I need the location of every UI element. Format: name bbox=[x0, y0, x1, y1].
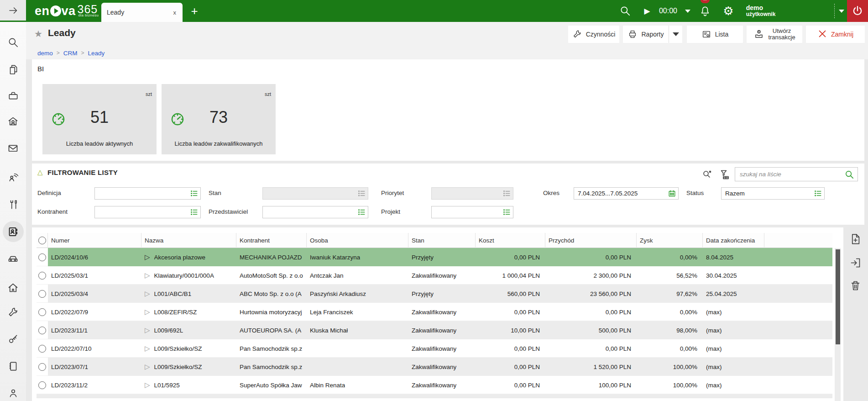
expand-triangle-icon[interactable]: ▷ bbox=[145, 290, 150, 298]
list-picker-icon[interactable] bbox=[357, 208, 366, 217]
table-row[interactable]: LD/2023/11/2▷L01/5925SuperAuto Spółka Ja… bbox=[37, 376, 832, 394]
table-row[interactable]: LD/2023/11/1▷L009/692LAUTOEUROPA SA. (AK… bbox=[37, 321, 832, 339]
row-radio[interactable] bbox=[37, 285, 48, 303]
radio-icon bbox=[38, 308, 46, 316]
list-search-input[interactable] bbox=[735, 168, 858, 181]
lista-button[interactable]: Lista bbox=[687, 26, 743, 43]
sidebar-item-search[interactable] bbox=[0, 34, 26, 51]
cell-osoba: Kluska Michał bbox=[307, 321, 408, 339]
kontrahent-value: Pan Samochodzik sp.z bbox=[240, 364, 302, 370]
table-row[interactable]: LD/2023/07/1▷L009/Szkiełko/SZPan Samocho… bbox=[37, 358, 832, 376]
table-row[interactable]: LD/2025/03/1▷Klawiatury/0001/000AAutoMot… bbox=[37, 266, 832, 285]
sidebar-item-service[interactable] bbox=[0, 304, 26, 321]
cell-filler bbox=[764, 285, 832, 303]
wrench-icon bbox=[572, 29, 582, 39]
user-menu[interactable]: demo użytkownik bbox=[740, 0, 781, 22]
new-tab-button[interactable]: + bbox=[188, 5, 201, 17]
row-radio[interactable] bbox=[37, 248, 48, 266]
expand-triangle-icon[interactable]: ▷ bbox=[145, 271, 150, 280]
column-header-stan[interactable]: Stan bbox=[408, 233, 476, 248]
sidebar-item-workflow[interactable] bbox=[0, 169, 26, 185]
table-row[interactable]: LD/2025/03/4▷L001/ABC/B1ABC Moto Sp. z o… bbox=[37, 285, 832, 303]
select-all-radio[interactable] bbox=[37, 233, 48, 248]
table-row[interactable]: LD/2022/07/10▷L009/Szkiełko/SZPan Samoch… bbox=[37, 339, 832, 358]
delete-record-button[interactable] bbox=[847, 277, 863, 294]
add-record-button[interactable] bbox=[847, 231, 863, 247]
expand-triangle-icon[interactable]: ▷ bbox=[145, 363, 150, 371]
sidebar-item-notebook[interactable] bbox=[0, 358, 26, 375]
notifications-button[interactable]: ... bbox=[696, 0, 714, 22]
work-timer[interactable]: 00:00 bbox=[656, 0, 680, 22]
expand-triangle-icon[interactable]: ▷ bbox=[145, 253, 150, 261]
raporty-button[interactable]: Raporty bbox=[623, 26, 669, 43]
okres-input[interactable]: 7.04.2025...7.05.2025 bbox=[574, 187, 679, 200]
list-picker-icon[interactable] bbox=[189, 208, 199, 217]
breadcrumb-crm[interactable]: CRM bbox=[63, 50, 78, 57]
timer-dropdown[interactable] bbox=[682, 0, 694, 22]
zamknij-button[interactable]: Zamknij bbox=[806, 26, 865, 43]
session-dropdown[interactable] bbox=[836, 0, 847, 22]
tab-close-icon[interactable]: x bbox=[173, 9, 178, 16]
sidebar-expand-button[interactable] bbox=[0, 0, 26, 21]
table-row[interactable]: LD/2024/10/6▷Akcesoria plazoweMECHANIKA … bbox=[37, 248, 832, 266]
expand-triangle-icon[interactable]: ▷ bbox=[145, 344, 150, 353]
sidebar-item-home[interactable] bbox=[0, 279, 26, 295]
sidebar-item-documents[interactable] bbox=[0, 61, 26, 78]
column-header-koszt[interactable]: Koszt bbox=[476, 233, 545, 248]
definicja-input[interactable] bbox=[94, 187, 201, 200]
breadcrumb-demo[interactable]: demo bbox=[37, 50, 53, 57]
column-header-zysk[interactable]: Zysk bbox=[637, 233, 703, 248]
cell-zysk: 0,00% bbox=[637, 248, 703, 266]
czynnosci-button[interactable]: Czynności bbox=[568, 26, 619, 43]
row-radio[interactable] bbox=[37, 303, 48, 321]
sidebar-item-crm[interactable] bbox=[0, 223, 26, 240]
list-picker-icon[interactable] bbox=[502, 208, 511, 217]
row-radio[interactable] bbox=[37, 321, 48, 339]
breadcrumb-leady[interactable]: Leady bbox=[88, 50, 105, 57]
open-record-button[interactable] bbox=[847, 254, 863, 271]
row-radio[interactable] bbox=[37, 358, 48, 376]
status-input[interactable]: Razem bbox=[721, 187, 825, 200]
filter-funnel-button[interactable] bbox=[718, 168, 731, 181]
raporty-dropdown[interactable] bbox=[669, 26, 682, 43]
collapse-triangle-icon[interactable]: △ bbox=[37, 168, 43, 176]
column-header-data-zakonczenia[interactable]: Data zakończenia bbox=[703, 233, 764, 248]
column-header-przychod[interactable]: Przychód bbox=[545, 233, 637, 248]
table-row[interactable]: LD/2022/07/9▷L008/ZEFIR/SZHurtownia moto… bbox=[37, 303, 832, 321]
expand-triangle-icon[interactable]: ▷ bbox=[145, 308, 150, 316]
sidebar-item-home-person[interactable] bbox=[0, 113, 26, 129]
tab-leady[interactable]: Leady x bbox=[101, 3, 183, 22]
vertical-scrollbar[interactable] bbox=[835, 248, 841, 401]
search-icon[interactable] bbox=[844, 169, 855, 180]
column-header-kontrahent[interactable]: Kontrahent bbox=[236, 233, 307, 248]
kontrahent-input[interactable] bbox=[94, 206, 201, 218]
scrollbar-thumb[interactable] bbox=[836, 249, 840, 344]
sidebar-item-employees[interactable] bbox=[0, 385, 26, 401]
list-picker-icon[interactable] bbox=[189, 189, 199, 198]
list-picker-icon[interactable] bbox=[813, 189, 822, 198]
favorite-star-icon[interactable]: ★ bbox=[34, 28, 42, 39]
list-picker-icon bbox=[357, 189, 366, 198]
calendar-icon[interactable] bbox=[667, 189, 676, 198]
column-header-numer[interactable]: Numer bbox=[48, 233, 141, 248]
logout-button[interactable] bbox=[847, 0, 868, 22]
advanced-search-button[interactable] bbox=[701, 168, 714, 181]
row-radio[interactable] bbox=[37, 266, 48, 285]
expand-triangle-icon[interactable]: ▷ bbox=[145, 381, 150, 389]
column-header-nazwa[interactable]: Nazwa bbox=[141, 233, 236, 248]
sidebar-item-mail[interactable] bbox=[0, 140, 26, 156]
przedstawiciel-input[interactable] bbox=[262, 206, 368, 218]
projekt-input[interactable] bbox=[431, 206, 513, 218]
sidebar-item-access[interactable] bbox=[0, 331, 26, 347]
row-radio[interactable] bbox=[37, 339, 48, 358]
utworz-transakcje-button[interactable]: Utwórz transakcje bbox=[747, 26, 802, 43]
expand-triangle-icon[interactable]: ▷ bbox=[145, 326, 150, 334]
sidebar-item-fleet[interactable] bbox=[0, 250, 26, 266]
column-header-osoba[interactable]: Osoba bbox=[307, 233, 408, 248]
sidebar-item-briefcase[interactable] bbox=[0, 87, 26, 104]
row-radio[interactable] bbox=[37, 376, 48, 394]
global-search-button[interactable] bbox=[617, 0, 633, 22]
sidebar-item-tools[interactable] bbox=[0, 196, 26, 213]
settings-button[interactable]: ⚙ bbox=[719, 0, 737, 22]
play-icon[interactable]: ▶ bbox=[640, 0, 654, 22]
